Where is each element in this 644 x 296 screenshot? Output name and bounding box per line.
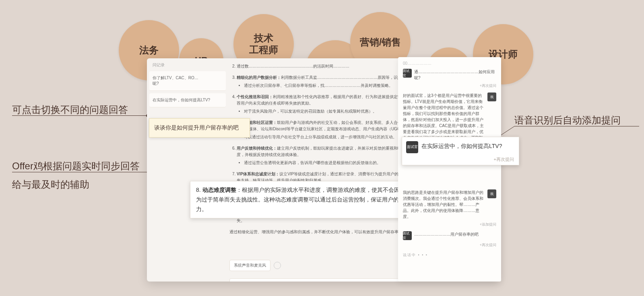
chat-message: 我 我的思路是关键在提升用户留存和增加用户的消费频次。我会通过个性化推荐、会员体… [403,189,496,220]
avatar-me: 我 [487,92,496,101]
ask-again-link[interactable]: +再次提问 [406,156,514,162]
ask-again-link[interactable]: +再次提问 [403,83,496,88]
sidebar-item-active[interactable]: 谈谈你是如何提升用户留存率的吧 [149,118,250,138]
avatar-interviewer: 面试官 [406,141,418,153]
avatar-me: 我 [487,189,496,198]
mic-icon[interactable] [274,262,281,269]
add-question-link[interactable]: +添加提问 [403,222,496,227]
typing-indicator: 说话中 • • • [403,253,496,258]
audio-source-select[interactable]: 系统声音和麦克风 [229,260,270,271]
avatar-interviewer: 面试官 [403,69,412,78]
chat-message: 面试官 通………………………………………如何应用呢? [403,69,496,81]
annotation-switch-question: 可点击切换不同的问题回答 [12,101,128,119]
chat-panel: 00……………… 面试官 通………………………………………如何应用呢? +再次提… [398,57,501,282]
chat-message: 面试官 ………………………用户留存率的吧 [403,231,496,240]
ask-again-link[interactable]: +再次提问 [403,243,496,248]
annotation-realtime-answer: Offer鸡根据问题实时同步回答 给与最及时的辅助 [12,157,140,193]
chat-timestamp: 00……………… [403,61,496,66]
annotation-voice-add: 语音识别后自动添加提问 [514,111,621,130]
chat-question-highlight: 面试官 在实际运营中，你如何提高LTV? +再次提问 [402,137,519,165]
avatar-interviewer: 面试官 [403,231,412,240]
